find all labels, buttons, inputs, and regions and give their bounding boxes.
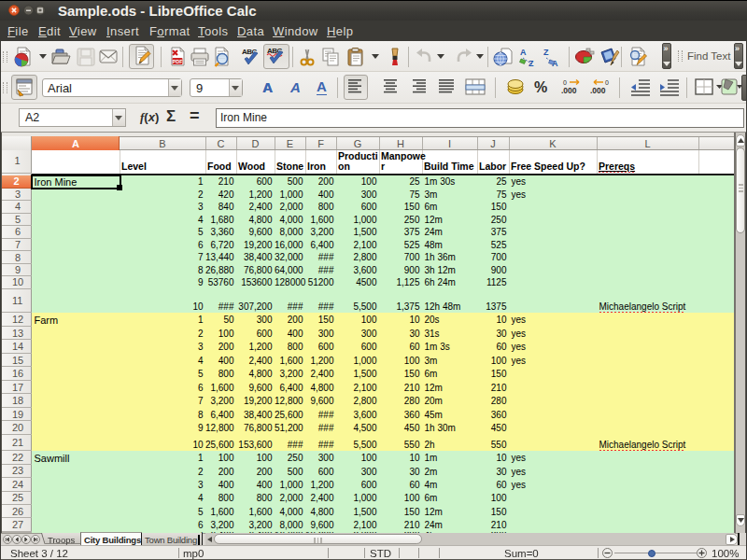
svg-text:PDF: PDF xyxy=(173,59,184,64)
svg-text:0: 0 xyxy=(563,79,567,86)
svg-text:Z: Z xyxy=(543,48,549,57)
svg-text:.000: .000 xyxy=(561,86,577,95)
svg-text:Z: Z xyxy=(529,59,534,67)
svg-text:A: A xyxy=(520,48,527,57)
svg-text:0: 0 xyxy=(605,79,609,86)
svg-text:.000: .000 xyxy=(590,86,606,95)
